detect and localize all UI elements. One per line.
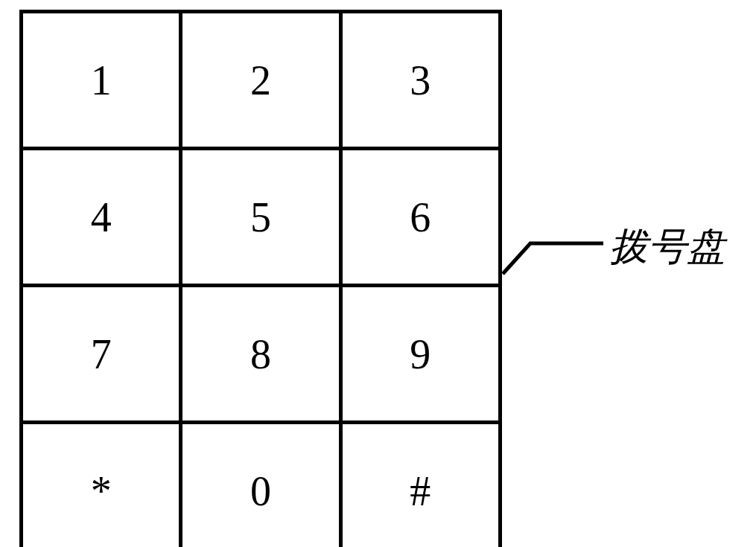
keypad-row: 4 5 6 xyxy=(22,149,501,286)
key-1[interactable]: 1 xyxy=(22,12,181,149)
keypad-label: 拨号盘 xyxy=(609,221,725,273)
key-0[interactable]: 0 xyxy=(181,423,340,548)
keypad-grid: 1 2 3 4 5 6 7 8 9 * 0 # xyxy=(19,10,502,547)
diagram-stage: 1 2 3 4 5 6 7 8 9 * 0 # 拨号盘 xyxy=(0,0,756,547)
key-8[interactable]: 8 xyxy=(181,286,340,423)
key-2[interactable]: 2 xyxy=(181,12,340,149)
key-hash[interactable]: # xyxy=(340,423,500,548)
keypad-row: * 0 # xyxy=(22,423,501,548)
key-star[interactable]: * xyxy=(22,423,181,548)
key-7[interactable]: 7 xyxy=(22,286,181,423)
key-4[interactable]: 4 xyxy=(22,149,181,286)
key-5[interactable]: 5 xyxy=(181,149,340,286)
key-3[interactable]: 3 xyxy=(340,12,500,149)
key-9[interactable]: 9 xyxy=(340,286,500,423)
keypad-row: 1 2 3 xyxy=(22,12,501,149)
callout-line xyxy=(501,175,620,279)
key-6[interactable]: 6 xyxy=(340,149,500,286)
keypad-row: 7 8 9 xyxy=(22,286,501,423)
